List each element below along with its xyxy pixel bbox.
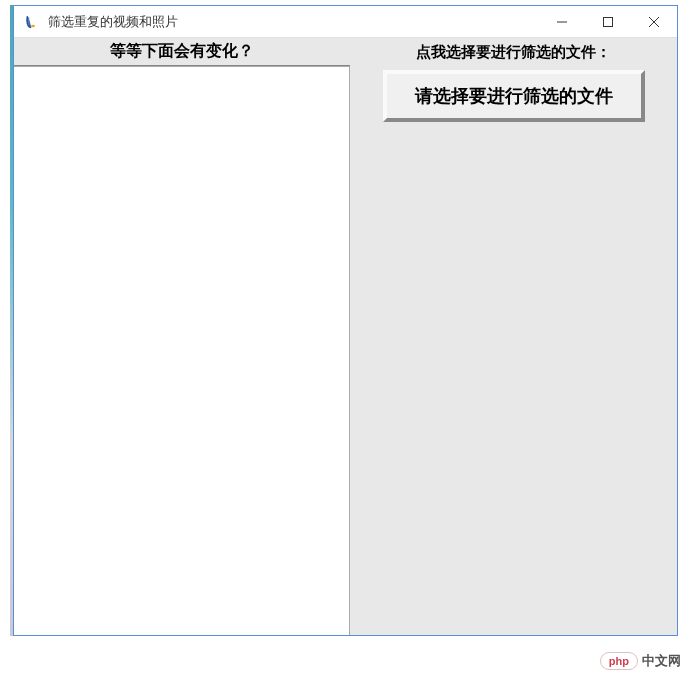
right-panel: 点我选择要进行筛选的文件： 请选择要进行筛选的文件	[350, 38, 677, 635]
left-panel-body	[14, 66, 350, 635]
watermark: php 中文网	[600, 652, 681, 670]
window-controls	[539, 6, 677, 37]
svg-rect-2	[604, 17, 613, 26]
select-files-button[interactable]: 请选择要进行筛选的文件	[383, 70, 645, 122]
content-area: 等等下面会有变化？ 点我选择要进行筛选的文件： 请选择要进行筛选的文件	[14, 38, 677, 635]
app-icon	[24, 14, 40, 30]
window-title: 筛选重复的视频和照片	[48, 13, 539, 31]
app-window: 筛选重复的视频和照片 等等下面会有变化？ 点我选择要进行筛选的文件： 请选择要进…	[13, 5, 678, 636]
maximize-button[interactable]	[585, 6, 631, 37]
left-panel: 等等下面会有变化？	[14, 38, 350, 635]
watermark-badge: php	[600, 652, 638, 670]
minimize-button[interactable]	[539, 6, 585, 37]
titlebar: 筛选重复的视频和照片	[14, 6, 677, 38]
right-panel-header: 点我选择要进行筛选的文件：	[350, 38, 677, 66]
svg-point-0	[31, 24, 35, 26]
watermark-text: 中文网	[642, 652, 681, 670]
close-button[interactable]	[631, 6, 677, 37]
left-panel-header: 等等下面会有变化？	[14, 38, 350, 66]
